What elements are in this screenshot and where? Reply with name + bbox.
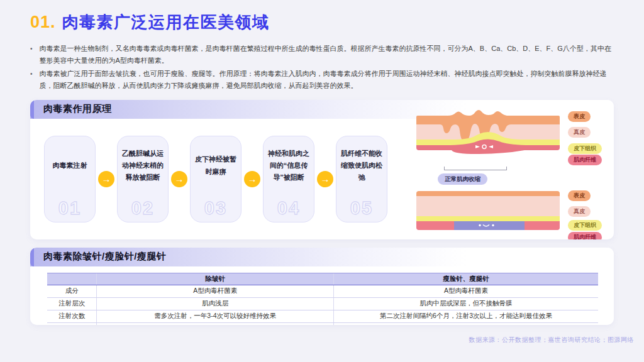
table-row: 维持效果 半个月左右才会出现效果，一次注射可维持6个月左右 2-3天左右会见效，…: [47, 322, 598, 325]
title-text: 肉毒素广泛运用在医美领域: [62, 11, 270, 33]
table-header-cell: [47, 273, 97, 285]
skin-illustration-relaxed: [415, 190, 561, 231]
skin-diagram-normal: 表皮 真皮 皮下组织 肌肉纤维: [415, 109, 614, 165]
step-card-2: 乙酰胆碱从运动神经末梢的释放被阻断 02: [117, 136, 169, 222]
step-label: 神经和肌肉之间的“信息传导”被阻断: [264, 136, 314, 195]
skin-illustration-normal: [415, 109, 561, 157]
source-note: 数据来源：公开数据整理；嘉世咨询研究结论；图源网络: [469, 336, 635, 344]
layer-label-dermis: 真皮: [568, 206, 591, 217]
table-cell: 成分: [47, 285, 97, 297]
section-title: 肉毒素除皱针/瘦脸针/瘦腿针: [43, 251, 166, 263]
table-header-cell: 除皱针: [97, 273, 334, 285]
slide: 01. 肉毒素广泛运用在医美领域 • 肉毒素是一种生物制剂，又名肉毒毒素或肉毒杆…: [0, 0, 644, 362]
step-label: 皮下神经被暂时麻痹: [191, 136, 241, 195]
table-cell: 2-3天左右会见效，护理得当可维持3年左右: [334, 322, 599, 325]
bullet-icon: •: [30, 68, 33, 92]
table-cell: A型肉毒杆菌素: [97, 285, 334, 297]
bullet-text: 肉毒素被广泛用于面部去皱抗衰，也可用于瘦脸、瘦腿等。作用原理：将肉毒素注入肌肉内…: [40, 68, 614, 92]
arrow-right-icon: →: [317, 171, 333, 187]
slide-page: { "icons": { "arrow_right": "→", "bullet…: [0, 0, 644, 362]
step-label: 肌纤维不能收缩致使肌肉松弛: [336, 136, 387, 195]
arrow-right-icon: →: [98, 171, 114, 187]
section-title: 肉毒素作用原理: [43, 103, 112, 115]
table-cell: 注射次数: [47, 310, 97, 322]
arrow-right-icon: →: [171, 171, 187, 187]
table-cell: 维持效果: [47, 322, 97, 325]
arrow-glyph: →: [321, 173, 330, 184]
step-number: 03: [204, 198, 227, 219]
caption-normal-contraction: 正常肌肉收缩: [438, 173, 487, 185]
table-cell: 肌肉中层或深层，但不接触骨膜: [334, 297, 599, 310]
step-flow: 肉毒素注射 01 → 乙酰胆碱从运动神经末梢的释放被阻断 02 → 皮下神经被暂…: [44, 136, 387, 222]
layer-label-subcutaneous: 皮下组织: [568, 220, 602, 231]
table-row: 注射次数 需多次注射，一年3-4次可以较好维持效果 第二次注射间隔约6个月，注射…: [47, 310, 598, 322]
layer-label-muscle: 肌肉纤维: [568, 155, 602, 165]
layer-label-epidermis: 表皮: [568, 111, 591, 122]
bullet-text: 肉毒素是一种生物制剂，又名肉毒毒素或肉毒杆菌素，是肉毒杆菌在繁殖过程中所生成的毒…: [40, 43, 614, 67]
layer-labels: 表皮 真皮 皮下组织 肌肉纤维: [568, 109, 602, 165]
needles-card: 肉毒素除皱针/瘦脸针/瘦腿针 除皱针 瘦脸针、瘦腿针 成分 A型肉毒杆菌素 A型…: [30, 248, 614, 325]
bullet-list: • 肉毒素是一种生物制剂，又名肉毒毒素或肉毒杆菌素，是肉毒杆菌在繁殖过程中所生成…: [30, 43, 614, 92]
layer-label-dermis: 真皮: [568, 127, 591, 138]
step-card-5: 肌纤维不能收缩致使肌肉松弛 05: [336, 136, 387, 222]
title-number: 01.: [30, 13, 56, 32]
arrow-glyph: →: [102, 173, 111, 184]
bullet-item: • 肉毒素被广泛用于面部去皱抗衰，也可用于瘦脸、瘦腿等。作用原理：将肉毒素注入肌…: [30, 68, 614, 92]
step-label: 肉毒素注射: [48, 136, 92, 195]
principle-card: 肉毒素作用原理 肉毒素注射 01 → 乙酰胆碱从运动神经末梢的释放被阻断 02 …: [30, 100, 614, 239]
table-cell: 需多次注射，一年3-4次可以较好维持效果: [97, 310, 334, 322]
step-number: 05: [350, 198, 373, 219]
step-card-4: 神经和肌肉之间的“信息传导”被阻断 04: [263, 136, 314, 222]
table-cell: 半个月左右才会出现效果，一次注射可维持6个月左右: [97, 322, 334, 325]
bracket-shape: [444, 167, 507, 170]
table-cell: A型肉毒杆菌素: [334, 285, 599, 297]
step-number: 01: [58, 198, 81, 219]
comparison-table: 除皱针 瘦脸针、瘦腿针 成分 A型肉毒杆菌素 A型肉毒杆菌素 注射层次 肌肉浅层…: [47, 273, 598, 325]
table-row: 成分 A型肉毒杆菌素 A型肉毒杆菌素: [47, 285, 598, 297]
step-number: 02: [131, 198, 154, 219]
arrow-right-icon: →: [244, 171, 260, 187]
step-number: 04: [277, 198, 300, 219]
step-card-3: 皮下神经被暂时麻痹 03: [190, 136, 242, 222]
layer-label-muscle: 肌肉纤维: [568, 232, 602, 239]
table-cell: 第二次注射间隔约6个月，注射3次以上，才能达到最佳效果: [334, 310, 599, 322]
layer-labels: 表皮 真皮 皮下组织 肌肉纤维: [568, 190, 602, 239]
skin-diagram-relaxed: 表皮 真皮 皮下组织 肌肉纤维: [415, 190, 614, 239]
table-row: 注射层次 肌肉浅层 肌肉中层或深层，但不接触骨膜: [47, 297, 598, 310]
table-cell: 肌肉浅层: [97, 297, 334, 310]
table-header-row: 除皱针 瘦脸针、瘦腿针: [47, 273, 598, 285]
layer-label-epidermis: 表皮: [568, 190, 591, 201]
step-card-1: 肉毒素注射 01: [44, 136, 96, 222]
arrow-glyph: →: [248, 173, 257, 184]
layer-label-subcutaneous: 皮下组织: [568, 143, 602, 154]
bullet-icon: •: [30, 43, 33, 67]
page-title: 01. 肉毒素广泛运用在医美领域: [30, 11, 614, 33]
skin-diagram: 表皮 真皮 皮下组织 肌肉纤维 正常肌肉收缩: [415, 109, 614, 239]
table-cell: 注射层次: [47, 297, 97, 310]
arrow-glyph: →: [175, 173, 184, 184]
step-label: 乙酰胆碱从运动神经末梢的释放被阻断: [118, 136, 168, 195]
section-header-needles: 肉毒素除皱针/瘦脸针/瘦腿针: [30, 248, 614, 266]
bullet-item: • 肉毒素是一种生物制剂，又名肉毒毒素或肉毒杆菌素，是肉毒杆菌在繁殖过程中所生成…: [30, 43, 614, 67]
comparison-table-wrap: 除皱针 瘦脸针、瘦腿针 成分 A型肉毒杆菌素 A型肉毒杆菌素 注射层次 肌肉浅层…: [30, 266, 614, 325]
table-header-cell: 瘦脸针、瘦腿针: [334, 273, 599, 285]
